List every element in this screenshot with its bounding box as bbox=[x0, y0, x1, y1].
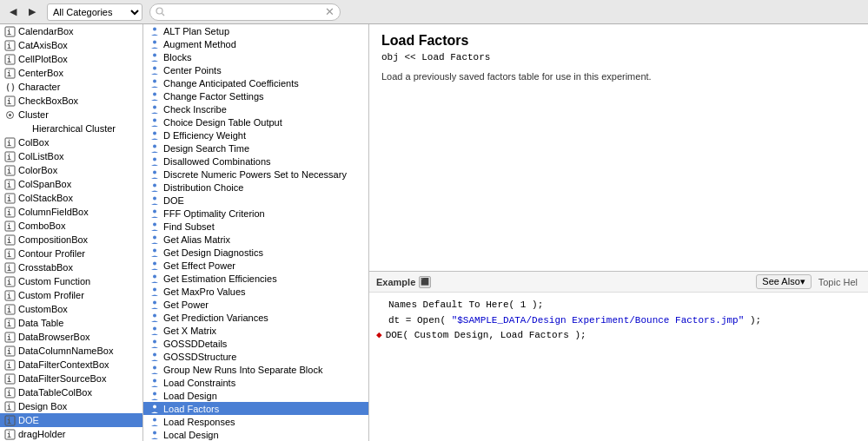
middle-item-design-search-time[interactable]: Design Search Time bbox=[143, 142, 368, 155]
middle-item-gosssdstructure[interactable]: GOSSDStructure bbox=[143, 350, 368, 363]
left-item-checkboxbox[interactable]: iCheckBoxBox bbox=[0, 94, 142, 108]
middle-item-get-alias-matrix[interactable]: Get Alias Matrix bbox=[143, 233, 368, 246]
middle-item-group-new-runs[interactable]: Group New Runs Into Separate Block bbox=[143, 363, 368, 376]
example-icon-button[interactable]: ⬛ bbox=[419, 276, 431, 288]
middle-item-d-efficiency-weight[interactable]: D Efficiency Weight bbox=[143, 128, 368, 142]
middle-item-get-design-diagnostics[interactable]: Get Design Diagnostics bbox=[143, 246, 368, 259]
svg-point-89 bbox=[153, 274, 156, 278]
middle-item-alt-plan-setup[interactable]: ALT Plan Setup bbox=[143, 24, 368, 37]
left-item-hierarchical-cluster[interactable]: Hierarchical Cluster bbox=[0, 122, 142, 135]
middle-item-label-load-design: Load Design bbox=[163, 391, 217, 401]
left-item-datatablecolbox[interactable]: iDataTableColBox bbox=[0, 385, 142, 399]
left-item-label-hierarchical-cluster: Hierarchical Cluster bbox=[32, 123, 116, 134]
left-panel: iCalendarBoxiCatAxisBoxiCellPlotBoxiCent… bbox=[0, 24, 143, 441]
svg-point-80 bbox=[153, 157, 156, 161]
left-item-data-table[interactable]: iData Table bbox=[0, 316, 142, 330]
left-item-custom-profiler[interactable]: iCustom Profiler bbox=[0, 288, 142, 302]
left-item-dragholder[interactable]: idragHolder bbox=[0, 427, 142, 441]
left-item-label-columnfieldbox: ColumnFieldBox bbox=[18, 207, 89, 217]
middle-item-local-design[interactable]: Local Design bbox=[143, 428, 368, 441]
left-item-contour-profiler[interactable]: iContour Profiler bbox=[0, 247, 142, 260]
left-item-cataxisbox[interactable]: iCatAxisBox bbox=[0, 38, 142, 52]
svg-point-75 bbox=[153, 92, 156, 95]
search-clear-button[interactable]: ✕ bbox=[325, 6, 335, 17]
middle-item-get-maxpro-values[interactable]: Get MaxPro Values bbox=[143, 285, 368, 298]
left-item-label-character: Character bbox=[18, 82, 60, 92]
left-item-compositionbox[interactable]: iCompositionBox bbox=[0, 233, 142, 247]
middle-item-load-constraints[interactable]: Load Constraints bbox=[143, 376, 368, 389]
left-item-label-compositionbox: CompositionBox bbox=[18, 234, 88, 245]
middle-item-label-get-alias-matrix: Get Alias Matrix bbox=[163, 234, 230, 245]
svg-point-101 bbox=[153, 431, 156, 434]
right-bottom: Example ⬛ See Also▾ Topic Hel Names Defa… bbox=[369, 272, 868, 441]
middle-item-get-effect-power[interactable]: Get Effect Power bbox=[143, 259, 368, 272]
right-description: Load a previously saved factors table fo… bbox=[381, 69, 856, 84]
left-item-label-combobox: ComboBox bbox=[18, 220, 65, 231]
left-item-combobox[interactable]: iComboBox bbox=[0, 219, 142, 233]
middle-item-fff-optimality-criterion[interactable]: FFF Optimality Criterion bbox=[143, 207, 368, 220]
left-item-icon-combobox: i bbox=[3, 220, 16, 232]
left-item-collistbox[interactable]: iColListBox bbox=[0, 149, 142, 163]
middle-item-center-points[interactable]: Center Points bbox=[143, 63, 368, 76]
left-item-crosstabbox[interactable]: iCrosstabBox bbox=[0, 260, 142, 274]
left-item-label-crosstabbox: CrosstabBox bbox=[18, 262, 73, 273]
left-item-colstackbox[interactable]: iColStackBox bbox=[0, 191, 142, 205]
left-item-datacolumnnameBox[interactable]: iDataColumnNameBox bbox=[0, 344, 142, 358]
back-button[interactable]: ◀ bbox=[5, 4, 21, 19]
search-input[interactable]: doe bbox=[168, 7, 325, 17]
left-item-databrowserbox[interactable]: iDataBrowserBox bbox=[0, 330, 142, 344]
left-item-colspanbox[interactable]: iColSpanBox bbox=[0, 177, 142, 191]
main-layout: iCalendarBoxiCatAxisBoxiCellPlotBoxiCent… bbox=[0, 24, 868, 441]
left-item-design-box[interactable]: iDesign Box bbox=[0, 399, 142, 413]
middle-item-disallowed-combinations[interactable]: Disallowed Combinations bbox=[143, 155, 368, 168]
topic-help-button[interactable]: Topic Hel bbox=[815, 276, 861, 288]
left-item-calendarbox[interactable]: iCalendarBox bbox=[0, 24, 142, 38]
left-item-datafiltersourcebox[interactable]: iDataFilterSourceBox bbox=[0, 372, 142, 385]
middle-item-find-subset[interactable]: Find Subset bbox=[143, 220, 368, 233]
left-item-cellplotbox[interactable]: iCellPlotBox bbox=[0, 52, 142, 66]
func-icon-group-new-runs bbox=[149, 364, 160, 375]
forward-button[interactable]: ▶ bbox=[24, 4, 40, 19]
svg-point-82 bbox=[153, 183, 156, 187]
left-item-character[interactable]: ()Character bbox=[0, 80, 142, 94]
middle-item-get-prediction-variances[interactable]: Get Prediction Variances bbox=[143, 311, 368, 324]
left-item-label-contour-profiler: Contour Profiler bbox=[18, 248, 85, 259]
svg-text:i: i bbox=[7, 208, 11, 217]
left-item-columnfieldbox[interactable]: iColumnFieldBox bbox=[0, 205, 142, 219]
left-item-label-colspanbox: ColSpanBox bbox=[18, 179, 71, 189]
code-text: Names Default To Here( 1 ); bbox=[388, 298, 543, 313]
left-item-label-dragholder: dragHolder bbox=[18, 429, 65, 439]
code-line: Names Default To Here( 1 ); bbox=[376, 298, 861, 313]
middle-item-load-factors[interactable]: Load Factors bbox=[143, 402, 368, 415]
left-item-cluster[interactable]: Cluster bbox=[0, 108, 142, 122]
left-item-custombox[interactable]: iCustomBox bbox=[0, 302, 142, 316]
middle-item-label-get-maxpro-values: Get MaxPro Values bbox=[163, 286, 246, 297]
func-icon-distribution-choice bbox=[149, 181, 160, 193]
middle-item-get-x-matrix[interactable]: Get X Matrix bbox=[143, 324, 368, 337]
middle-item-discrete-numeric-powers[interactable]: Discrete Numeric Powers Set to Necessary bbox=[143, 168, 368, 181]
middle-item-augment-method[interactable]: Augment Method bbox=[143, 37, 368, 50]
middle-item-blocks[interactable]: Blocks bbox=[143, 50, 368, 63]
middle-item-get-estimation-efficiencies[interactable]: Get Estimation Efficiencies bbox=[143, 272, 368, 285]
middle-item-change-factor-settings[interactable]: Change Factor Settings bbox=[143, 89, 368, 102]
left-item-centerbox[interactable]: iCenterBox bbox=[0, 66, 142, 80]
middle-item-load-design[interactable]: Load Design bbox=[143, 389, 368, 402]
left-item-datafiltercontextbox[interactable]: iDataFilterContextBox bbox=[0, 358, 142, 372]
middle-item-change-anticipated-coefficients[interactable]: Change Anticipated Coefficients bbox=[143, 76, 368, 89]
middle-item-get-power[interactable]: Get Power bbox=[143, 298, 368, 311]
middle-item-distribution-choice[interactable]: Distribution Choice bbox=[143, 181, 368, 194]
middle-item-choice-design-table-output[interactable]: Choice Design Table Output bbox=[143, 115, 368, 128]
category-select[interactable]: All Categories bbox=[47, 3, 142, 21]
svg-text:i: i bbox=[7, 431, 11, 439]
middle-item-check-inscribe[interactable]: Check Inscribe bbox=[143, 102, 368, 115]
middle-item-load-responses[interactable]: Load Responses bbox=[143, 415, 368, 428]
see-also-button[interactable]: See Also▾ bbox=[756, 274, 811, 289]
left-item-custom-function[interactable]: iCustom Function bbox=[0, 274, 142, 288]
left-item-colorbox[interactable]: iColorBox bbox=[0, 163, 142, 177]
middle-item-gosssddetails[interactable]: GOSSDDetails bbox=[143, 337, 368, 350]
left-item-doe[interactable]: iDOE bbox=[0, 413, 142, 427]
middle-item-doe[interactable]: DOE bbox=[143, 194, 368, 207]
left-item-label-datacolumnnameBox: DataColumnNameBox bbox=[18, 346, 113, 356]
svg-point-85 bbox=[153, 222, 156, 226]
left-item-colbox[interactable]: iColBox bbox=[0, 135, 142, 149]
